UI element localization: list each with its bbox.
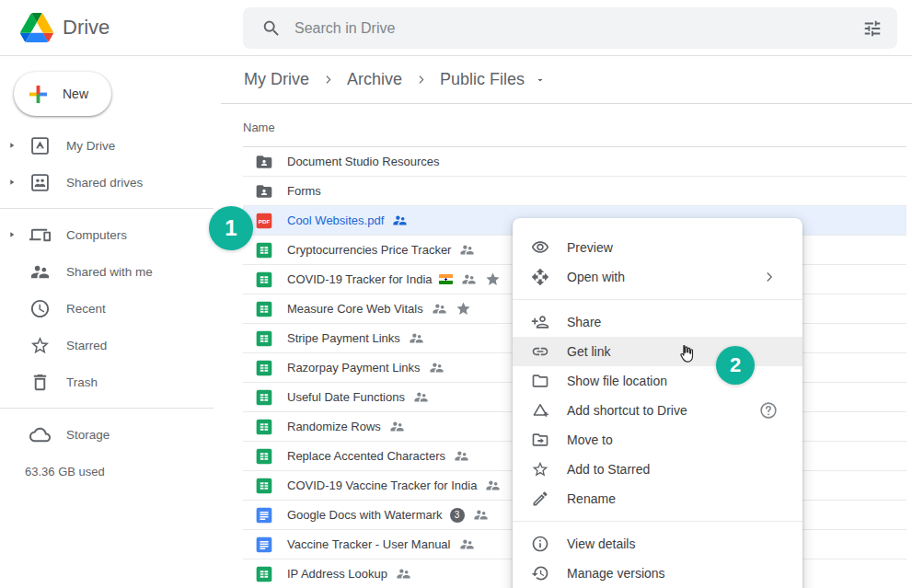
menu-item-get-link[interactable]: Get link (513, 337, 802, 366)
sidebar-item-storage[interactable]: Storage (0, 416, 221, 453)
shared-folder-icon (255, 153, 273, 171)
sidebar-item-label: Recent (66, 302, 106, 316)
sidebar-nav: My DriveShared drivesComputersShared wit… (0, 127, 221, 453)
sidebar-item-recent[interactable]: Recent (0, 290, 221, 327)
sheets-icon (255, 271, 273, 289)
menu-item-add-to-starred[interactable]: Add to Starred (513, 455, 802, 484)
shared-people-icon (459, 536, 475, 552)
search-icon[interactable] (261, 18, 282, 39)
menu-item-label: Share (567, 315, 802, 329)
sheets-icon (255, 565, 273, 583)
file-name: Cryptocurrencies Price Tracker (287, 243, 451, 257)
menu-item-label: Move to (567, 432, 802, 447)
menu-item-move-to[interactable]: Move to (513, 425, 802, 455)
menu-item-preview[interactable]: Preview (513, 233, 802, 262)
sidebar-item-computers[interactable]: Computers (0, 216, 221, 253)
menu-item-show-file-location[interactable]: Show file location (513, 366, 802, 396)
file-name: Useful Date Functions (287, 390, 405, 404)
devices-icon (29, 225, 51, 246)
menu-divider (513, 521, 802, 522)
menu-item-label: Show file location (567, 374, 802, 388)
file-name: COVID-19 Tracker for India (287, 272, 433, 286)
help-icon[interactable] (758, 400, 779, 421)
annotation-step-2: 2 (716, 346, 755, 385)
sidebar-item-label: Storage (66, 428, 110, 442)
file-name: Measure Core Web Vitals (287, 302, 423, 316)
menu-item-open-with[interactable]: Open with (513, 262, 802, 292)
star-icon (531, 460, 549, 478)
search-bar[interactable] (243, 7, 897, 49)
person-add-icon (531, 313, 549, 331)
info-icon (531, 535, 549, 553)
context-menu: PreviewOpen withShareGet linkShow file l… (513, 218, 802, 588)
svg-text:PDF: PDF (259, 217, 271, 224)
people-icon (29, 261, 51, 282)
pdf-icon: PDF (255, 212, 273, 230)
menu-item-rename[interactable]: Rename (513, 484, 802, 513)
list-header: Name (243, 104, 906, 147)
sidebar-divider (0, 408, 214, 409)
file-name: Cool Websites.pdf (287, 213, 384, 227)
search-options-icon[interactable] (862, 18, 883, 39)
expand-arrow-icon[interactable] (0, 230, 24, 239)
annotation-step-1: 1 (209, 206, 253, 250)
file-name: Forms (287, 184, 321, 198)
sheets-icon (255, 418, 273, 436)
menu-item-label: Open with (567, 270, 761, 284)
sidebar-item-shared-drives[interactable]: Shared drives (0, 164, 221, 201)
shared-people-icon (429, 360, 444, 375)
star-icon (29, 335, 51, 356)
shared-people-icon (459, 242, 475, 258)
folder-move-icon (531, 431, 549, 449)
file-name: Document Studio Resources (287, 155, 439, 168)
sidebar-item-label: Starred (66, 339, 107, 352)
name-column-header[interactable]: Name (243, 121, 275, 134)
drive-logo-icon (20, 13, 53, 42)
menu-item-manage-versions[interactable]: Manage versions (513, 559, 802, 588)
menu-item-label: View details (567, 536, 802, 551)
shared-people-icon (461, 271, 477, 287)
menu-item-label: Preview (567, 240, 802, 255)
drive-brand[interactable]: Drive (20, 13, 110, 42)
expand-arrow-icon[interactable] (0, 141, 24, 150)
menu-item-label: Manage versions (567, 566, 802, 581)
menu-item-label: Add shortcut to Drive (567, 403, 758, 418)
app-title: Drive (63, 16, 110, 40)
menu-item-share[interactable]: Share (513, 307, 802, 337)
sheets-icon (255, 447, 273, 466)
breadcrumb-item-public-files[interactable]: Public Files (440, 70, 525, 89)
file-name: Stripe Payment Links (287, 331, 400, 345)
shared-drives-icon (29, 172, 51, 193)
new-button[interactable]: New (14, 72, 111, 116)
docs-icon (255, 506, 273, 525)
search-input[interactable] (294, 20, 849, 37)
folder-dropdown-caret-icon[interactable] (535, 75, 546, 86)
trash-icon (29, 372, 51, 393)
breadcrumb-chevron-icon (322, 74, 334, 86)
sidebar-item-label: Shared with me (66, 265, 153, 279)
breadcrumb-item-my-drive[interactable]: My Drive (244, 70, 309, 89)
menu-item-add-shortcut-to-drive[interactable]: Add shortcut to Drive (513, 396, 802, 425)
file-row-forms[interactable]: Forms (243, 177, 906, 206)
shared-people-icon (409, 330, 424, 346)
file-name: Google Docs with Watermark (287, 508, 443, 522)
expand-arrow-icon[interactable] (0, 178, 24, 187)
eye-icon (531, 238, 549, 257)
breadcrumb-item-archive[interactable]: Archive (347, 70, 402, 89)
menu-item-label: Add to Starred (567, 462, 802, 477)
hand-cursor-icon (675, 343, 697, 364)
file-name: Razorpay Payment Links (287, 361, 421, 375)
sidebar-item-shared-with-me[interactable]: Shared with me (0, 253, 221, 290)
shared-people-icon (396, 566, 411, 582)
sidebar-item-starred[interactable]: Starred (0, 327, 221, 363)
file-name: IP Address Lookup (287, 567, 387, 581)
sheets-icon (255, 477, 273, 495)
shared-people-icon (413, 389, 429, 405)
shared-folder-icon (255, 182, 273, 201)
file-name: Vaccine Tracker - User Manual (287, 537, 451, 551)
sidebar-item-my-drive[interactable]: My Drive (0, 127, 221, 164)
breadcrumb: My DriveArchivePublic Files (221, 56, 912, 104)
menu-item-view-details[interactable]: View details (513, 529, 802, 559)
sidebar-item-trash[interactable]: Trash (0, 363, 221, 400)
file-row-document-studio-resources[interactable]: Document Studio Resources (243, 147, 906, 177)
